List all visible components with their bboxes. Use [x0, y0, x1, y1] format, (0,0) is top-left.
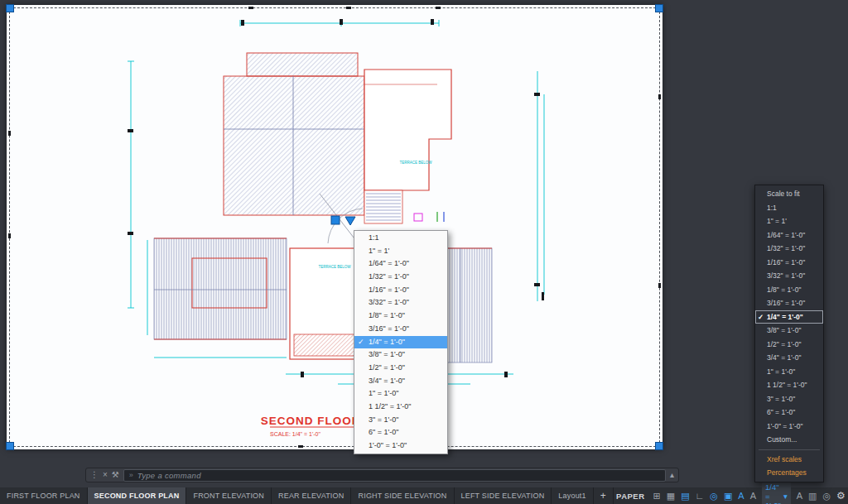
layout-tab[interactable]: SECOND FLOOR PLAN	[88, 487, 187, 504]
status-icons-left: ⊞ ▦ ▤ ∟ ◎ ▣	[653, 492, 733, 501]
layout-tab[interactable]: FIRST FLOOR PLAN	[0, 487, 88, 504]
command-input[interactable]: » Type a command	[123, 469, 666, 482]
layout-tab-label: FRONT ELEVATION	[193, 492, 264, 500]
annotation-monitor-icon[interactable]: A	[797, 492, 802, 501]
scale-panel-item[interactable]: 1" = 1'-0"	[755, 365, 823, 379]
paper-model-toggle[interactable]: PAPER	[614, 492, 648, 501]
annotation-visibility-icon[interactable]: A	[738, 492, 744, 501]
scale-panel-item-label: 1/4" = 1'-0"	[767, 313, 803, 321]
scale-panel-item-label: 1/32" = 1'-0"	[767, 244, 805, 252]
terrace-label: TERRACE BELOW	[399, 161, 432, 165]
scale-menu-item[interactable]: 1/16" = 1'-0"	[354, 284, 447, 297]
layout-tab[interactable]: LEFT SIDE ELEVATION	[455, 487, 552, 504]
scale-panel-item[interactable]: Scale to fit	[755, 187, 823, 201]
scale-panel-item[interactable]: 3/4" = 1'-0"	[755, 351, 823, 365]
customize-wrench-icon[interactable]: ⚒	[112, 471, 119, 479]
scale-menu-item[interactable]: 1/8" = 1'-0"	[354, 310, 447, 323]
scale-panel-item[interactable]: 1/16" = 1'-0"	[755, 256, 823, 270]
scale-panel-item[interactable]: 3/16" = 1'-0"	[755, 296, 823, 310]
scale-panel-item[interactable]: 1" = 1'	[755, 214, 823, 228]
snap-mode-icon[interactable]: ▦	[667, 492, 675, 501]
scale-panel-item[interactable]: 3" = 1'-0"	[755, 392, 823, 406]
layout-tab[interactable]: Layout1	[552, 487, 593, 504]
viewport-grip[interactable]	[655, 4, 663, 12]
scale-panel-item-label: 3/16" = 1'-0"	[767, 299, 805, 307]
layout-tab[interactable]: +	[594, 487, 614, 504]
scale-panel-item[interactable]: 1/64" = 1'-0"	[755, 228, 823, 242]
scale-menu-item[interactable]: 1'-0" = 1'-0"	[354, 439, 447, 453]
crop-mark	[248, 7, 253, 9]
scale-panel-item[interactable]: 1:1	[755, 201, 823, 215]
scale-panel-item-label: 6" = 1'-0"	[767, 408, 795, 416]
scale-menu-item[interactable]: 3/8" = 1'-0"	[354, 348, 447, 362]
infer-constraints-icon[interactable]: ⊞	[653, 492, 661, 501]
scale-menu-item[interactable]: 1:1	[354, 232, 447, 245]
scale-menu-item[interactable]: 3" = 1'-0"	[354, 414, 447, 427]
layout-tab[interactable]: REAR ELEVATION	[272, 487, 352, 504]
layout-tab[interactable]: FRONT ELEVATION	[186, 487, 272, 504]
isolate-objects-icon[interactable]: ◎	[823, 492, 831, 501]
scale-panel-item-label: 1/64" = 1'-0"	[767, 231, 805, 239]
scale-panel-item[interactable]	[759, 449, 820, 450]
viewport-grip[interactable]	[655, 442, 663, 450]
autocad-window: TERRACE BELOW TERRACE BELOW	[0, 0, 848, 504]
scale-menu-item[interactable]: ✓ 1/4" = 1'-0"	[354, 336, 447, 349]
scale-menu-item[interactable]: 3/32" = 1'-0"	[354, 296, 447, 310]
scale-menu-item-label: 3" = 1'-0"	[369, 415, 398, 424]
scale-panel-item[interactable]: 3/32" = 1'-0"	[755, 269, 823, 283]
status-bar: FIRST FLOOR PLAN SECOND FLOOR PLAN FRONT…	[0, 487, 848, 504]
crop-mark	[658, 283, 661, 288]
check-icon: ✓	[358, 336, 364, 349]
scale-menu-item[interactable]: 1 1/2" = 1'-0"	[354, 401, 447, 414]
scale-menu-item-label: 3/8" = 1'-0"	[369, 350, 405, 358]
scale-menu-item[interactable]: 1/32" = 1'-0"	[354, 271, 447, 284]
scale-menu-item[interactable]: 3/4" = 1'-0"	[354, 375, 447, 388]
floor-plan-drawing[interactable]: TERRACE BELOW TERRACE BELOW	[7, 5, 662, 449]
ortho-mode-icon[interactable]: ∟	[696, 492, 705, 501]
crop-mark	[346, 7, 351, 9]
object-snap-icon[interactable]: ▣	[724, 492, 732, 501]
settings-gear-icon[interactable]: ⚙	[836, 491, 846, 501]
quick-properties-icon[interactable]: ▥	[808, 492, 817, 501]
scale-panel-item[interactable]: 1/32" = 1'-0"	[755, 242, 823, 256]
scale-panel-item[interactable]: 1/8" = 1'-0"	[755, 283, 823, 297]
scale-panel-item[interactable]: 3/8" = 1'-0"	[755, 324, 823, 338]
scale-menu-item[interactable]: 1/64" = 1'-0"	[354, 257, 447, 271]
scale-menu-item-label: 3/32" = 1'-0"	[369, 298, 409, 306]
viewport-scale-control[interactable]: 1/4" = 1'-0" ▾	[762, 482, 791, 504]
layout-tab[interactable]: RIGHT SIDE ELEVATION	[351, 487, 454, 504]
terrace-label: TERRACE BELOW	[318, 265, 351, 269]
scale-panel-item[interactable]: 6" = 1'-0"	[755, 406, 823, 420]
scale-menu-item[interactable]: 1" = 1'	[354, 245, 447, 258]
scale-panel-item-label: 3/32" = 1'-0"	[767, 271, 805, 280]
grid-display-icon[interactable]: ▤	[681, 492, 689, 501]
annotation-scale-panel: Scale to fit 1:1 1" = 1' 1/64" = 1'-0" 1…	[754, 185, 824, 482]
layout-tabs: FIRST FLOOR PLAN SECOND FLOOR PLAN FRONT…	[0, 487, 614, 504]
viewport-grip[interactable]	[6, 442, 14, 450]
scale-menu-item-label: 1/2" = 1'-0"	[369, 363, 405, 372]
scale-menu-item[interactable]: 6" = 1'-0"	[354, 426, 447, 439]
close-icon[interactable]: ×	[103, 471, 108, 479]
viewport-grip[interactable]	[6, 4, 14, 12]
scale-panel-item[interactable]: 1/2" = 1'-0"	[755, 338, 823, 352]
scale-menu-item[interactable]: 1" = 1'-0"	[354, 387, 447, 401]
polar-tracking-icon[interactable]: ◎	[710, 492, 718, 501]
scale-panel-item[interactable]: Percentages	[755, 466, 823, 480]
scale-panel-item[interactable]: 1 1/2" = 1'-0"	[755, 378, 823, 392]
scale-panel-item[interactable]: Xref scales	[755, 453, 823, 467]
drag-grip-icon[interactable]: ⋮	[90, 471, 99, 479]
scale-menu-item-label: 1/64" = 1'-0"	[369, 259, 409, 267]
scale-menu-item-label: 1 1/2" = 1'-0"	[369, 402, 411, 410]
scale-panel-item[interactable]: 1'-0" = 1'-0"	[755, 420, 823, 434]
scale-panel-item[interactable]: ✓ 1/4" = 1'-0"	[755, 310, 823, 324]
viewport-scale-value: 1/4" = 1'-0"	[765, 482, 781, 504]
check-icon: ✓	[758, 310, 764, 324]
annotation-autoscale-icon[interactable]: A	[750, 492, 756, 501]
scale-menu-item[interactable]: 3/16" = 1'-0"	[354, 323, 447, 336]
scale-menu-item[interactable]: 1/2" = 1'-0"	[354, 362, 447, 375]
history-expand-icon[interactable]: ▴	[670, 471, 674, 479]
scale-panel-item-label: 3/4" = 1'-0"	[767, 353, 801, 362]
layout-paper[interactable]: TERRACE BELOW TERRACE BELOW	[7, 5, 662, 449]
scale-panel-item[interactable]: Custom...	[755, 433, 823, 447]
command-placeholder: Type a command	[137, 471, 201, 480]
